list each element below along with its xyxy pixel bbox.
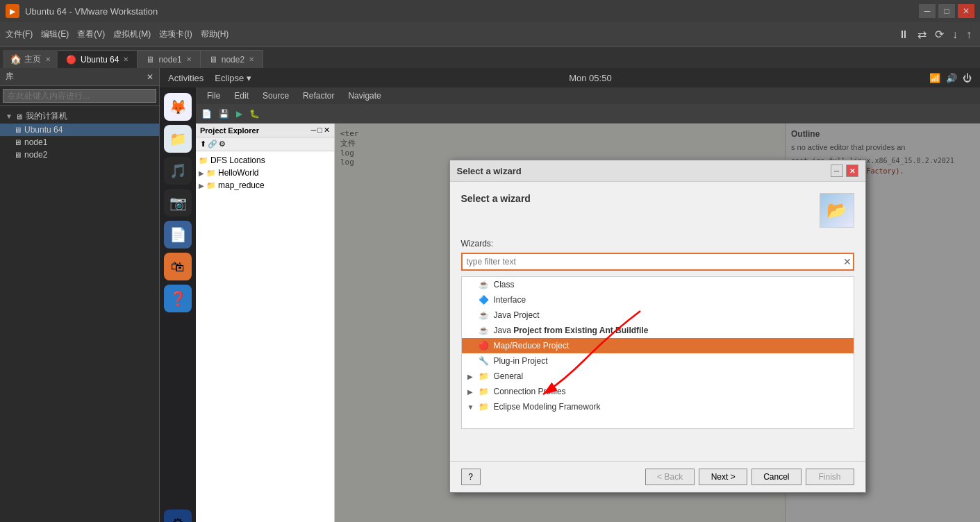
sidebar-item-my-computer[interactable]: ▼ 🖥 我的计算机 (0, 109, 159, 124)
eclipse-tb-save[interactable]: 💾 (216, 108, 232, 120)
eclipse-menu-navigate[interactable]: Navigate (342, 90, 386, 102)
menu-file[interactable]: 文件(F) (6, 28, 33, 40)
tab-node1-close[interactable]: ✕ (186, 56, 192, 63)
hw-icon: 📁 (206, 169, 216, 178)
wizard-item-map-reduce[interactable]: 🔴 Map/Reduce Project (462, 338, 854, 353)
wizard-item-plugin[interactable]: 🔧 Plug-in Project (462, 353, 854, 369)
project-explorer: Project Explorer ─ □ ✕ ⬆ 🔗 ⚙ (196, 124, 335, 522)
pe-close-icon[interactable]: ✕ (324, 126, 330, 135)
tab-node1[interactable]: 🖥 node1 ✕ (138, 50, 200, 68)
finish-button[interactable]: Finish (806, 469, 854, 485)
menu-vm[interactable]: 虚拟机(M) (113, 28, 151, 40)
tab-ubuntu64-close[interactable]: ✕ (123, 56, 128, 63)
desktop-area: Activities Eclipse ▾ Mon 05:50 📶 🔊 ⏻ 🦊 📁… (160, 68, 980, 522)
dock-help[interactable]: ❓ (164, 285, 192, 312)
minimize-button[interactable]: ─ (919, 4, 936, 18)
dialog-minimize-button[interactable]: ─ (831, 165, 843, 177)
java-project-icon: ☕ (479, 310, 490, 321)
pe-item-dfs[interactable]: 📁 DFS Locations (196, 154, 334, 167)
tab-ubuntu64[interactable]: 🔴 Ubuntu 64 ✕ (58, 50, 138, 68)
dialog-close-button[interactable]: ✕ (846, 165, 858, 177)
next-button[interactable]: Next > (699, 469, 747, 485)
wizard-item-java-project[interactable]: ☕ Java Project (462, 308, 854, 323)
wizard-item-general[interactable]: ▶ 📁 General (462, 369, 854, 384)
wizard-class-label: Class (494, 280, 515, 289)
tab-home-close[interactable]: ✕ (45, 56, 51, 63)
eclipse-tb-run[interactable]: ▶ (233, 108, 245, 120)
main-layout: 库 ✕ ▼ 🖥 我的计算机 🖥 Ubuntu 64 🖥 node1 🖥 node… (0, 68, 980, 522)
network-icon[interactable]: 📶 (929, 73, 940, 83)
close-button[interactable]: ✕ (958, 4, 974, 18)
wizard-list[interactable]: ☕ Class 🔷 Interface (461, 276, 854, 429)
menu-edit[interactable]: 编辑(E) (41, 28, 69, 40)
eclipse-menu-refactor[interactable]: Refactor (297, 90, 340, 102)
pe-item-map-reduce[interactable]: ▶ 📁 map_reduce (196, 179, 334, 192)
pe-toolbar-link[interactable]: 🔗 (208, 140, 217, 149)
sidebar-close-icon[interactable]: ✕ (147, 72, 153, 82)
dock-orange[interactable]: 🛍 (164, 253, 192, 280)
eclipse-tb-debug[interactable]: 🐛 (247, 108, 263, 120)
eclipse-toolbar: 📄 💾 ▶ 🐛 (196, 104, 980, 124)
tab-node2-close[interactable]: ✕ (249, 56, 254, 63)
toolbar-icon-4[interactable]: ↑ (966, 28, 972, 41)
wizard-item-emf[interactable]: ▼ 📁 Eclipse Modeling Framework (462, 399, 854, 414)
activities-label[interactable]: Activities (168, 73, 204, 83)
back-button[interactable]: < Back (645, 469, 695, 485)
tab-home[interactable]: 🏠 主页 ✕ (3, 50, 58, 68)
dock-settings[interactable]: ⚙ (164, 510, 192, 522)
wizard-item-interface[interactable]: 🔷 Interface (462, 292, 854, 308)
wizard-item-class[interactable]: ☕ Class (462, 277, 854, 292)
maximize-button[interactable]: □ (938, 4, 955, 18)
tab-bar: 🏠 主页 ✕ 🔴 Ubuntu 64 ✕ 🖥 node1 ✕ 🖥 node2 ✕ (0, 47, 980, 68)
filter-clear-button[interactable]: ✕ (843, 256, 852, 267)
dock-firefox[interactable]: 🦊 (164, 93, 192, 121)
pe-minimize-icon[interactable]: ─ (311, 126, 317, 135)
cancel-button[interactable]: Cancel (751, 469, 801, 485)
dock-music[interactable]: 🎵 (164, 157, 192, 185)
dialog-body: Select a wizard 📂 Wizards: (450, 182, 865, 461)
eclipse-menu-source[interactable]: Source (257, 90, 294, 102)
menu-view[interactable]: 查看(V) (77, 28, 105, 40)
power-icon[interactable]: ⏻ (963, 73, 972, 83)
sidebar-item-node1[interactable]: 🖥 node1 (0, 136, 159, 149)
eclipse-main: Project Explorer ─ □ ✕ ⬆ 🔗 ⚙ (196, 124, 980, 522)
left-sidebar: 库 ✕ ▼ 🖥 我的计算机 🖥 Ubuntu 64 🖥 node1 🖥 node… (0, 68, 160, 522)
help-button[interactable]: ? (461, 469, 481, 485)
wizard-map-reduce-label: Map/Reduce Project (494, 341, 570, 351)
window-controls: ─ □ ✕ (919, 4, 974, 18)
pe-maximize-icon[interactable]: □ (317, 126, 322, 135)
sidebar-search-input[interactable] (3, 89, 156, 103)
mr-expand-icon: ▶ (199, 182, 204, 190)
dialog-content: Select a wizard 📂 Wizards: (450, 182, 865, 461)
class-icon: ☕ (479, 279, 490, 290)
sidebar-header: 库 ✕ (0, 68, 159, 86)
wizard-item-connection[interactable]: ▶ 📁 Connection Profiles (462, 384, 854, 399)
sidebar-item-ubuntu64[interactable]: 🖥 Ubuntu 64 (0, 124, 159, 136)
wizard-item-java-ant[interactable]: ☕ Java Project from Existing Ant Buildfi… (462, 323, 854, 338)
tab-node2[interactable]: 🖥 node2 ✕ (201, 50, 263, 68)
dock-text[interactable]: 📄 (164, 221, 192, 249)
sidebar-item-label: node2 (24, 150, 47, 160)
toolbar-icon-1[interactable]: ⇄ (917, 28, 927, 41)
eclipse-menu-file[interactable]: File (201, 90, 226, 102)
menu-help[interactable]: 帮助(H) (201, 28, 229, 40)
volume-icon[interactable]: 🔊 (946, 73, 957, 83)
map-reduce-icon: 🔴 (479, 340, 490, 351)
eclipse-tb-new[interactable]: 📄 (199, 108, 215, 120)
pe-item-helloworld[interactable]: ▶ 📁 HelloWorld (196, 167, 334, 179)
dock-files[interactable]: 📁 (164, 125, 192, 153)
toolbar-icon-3[interactable]: ↓ (952, 28, 958, 41)
dfs-label: DFS Locations (210, 155, 265, 165)
toolbar-icon-2[interactable]: ⟳ (935, 28, 944, 41)
eclipse-menu-label[interactable]: Eclipse ▾ (215, 73, 251, 83)
sidebar-item-node2[interactable]: 🖥 node2 (0, 149, 159, 161)
hw-expand-icon: ▶ (199, 169, 204, 177)
menu-tab[interactable]: 选项卡(I) (159, 28, 192, 40)
pe-toolbar-filter[interactable]: ⚙ (219, 140, 226, 149)
filter-input[interactable] (461, 253, 854, 271)
pe-header: Project Explorer ─ □ ✕ (196, 124, 334, 137)
pe-toolbar-collapse[interactable]: ⬆ (200, 140, 206, 149)
pause-icon[interactable]: ⏸ (898, 28, 909, 41)
dock-camera[interactable]: 📷 (164, 189, 192, 217)
eclipse-menu-edit[interactable]: Edit (229, 90, 254, 102)
